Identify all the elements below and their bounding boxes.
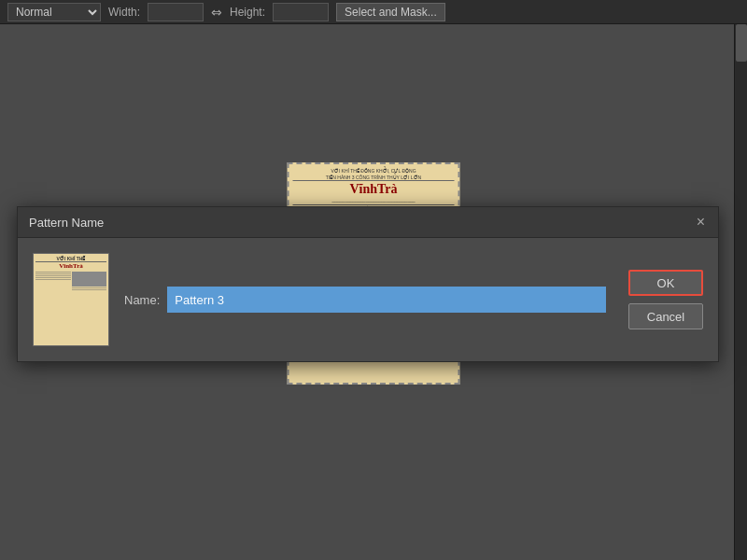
canvas-area: VỚI KHÍ THẾ ĐỒNG KHỞI, CƯL ĐỘNGTIẾN HÀNH… xyxy=(0,24,747,560)
thumb-line xyxy=(72,287,107,288)
cancel-button[interactable]: Cancel xyxy=(628,303,703,329)
newspaper-top-text: VỚI KHÍ THẾ ĐỒNG KHỞI, CƯL ĐỘNGTIẾN HÀNH… xyxy=(293,168,455,181)
ok-button[interactable]: OK xyxy=(628,270,703,296)
thumb-line xyxy=(35,279,71,280)
thumbnail-newspaper: VỚI KHÍ THẾ VĩnhTrà xyxy=(34,254,108,345)
scrollbar-right[interactable] xyxy=(734,24,747,560)
thumb-col-2 xyxy=(72,272,107,291)
width-input[interactable] xyxy=(148,3,204,21)
dialog-close-button[interactable]: × xyxy=(695,215,707,230)
width-label: Width: xyxy=(108,6,140,19)
height-label: Height: xyxy=(230,6,265,19)
dialog-buttons: OK Cancel xyxy=(628,270,703,329)
thumb-img xyxy=(72,272,107,287)
pattern-thumbnail: VỚI KHÍ THẾ VĩnhTrà xyxy=(33,253,109,346)
toolbar: Normal Width: ⇔ Height: Select and Mask.… xyxy=(0,0,747,24)
name-label: Name: xyxy=(124,293,160,307)
dialog-titlebar: Pattern Name × xyxy=(18,207,718,238)
height-input[interactable] xyxy=(273,3,329,21)
thumb-col-1 xyxy=(35,272,71,291)
thumb-line xyxy=(35,275,71,276)
select-and-mask-button[interactable]: Select and Mask... xyxy=(336,3,445,21)
thumb-line xyxy=(35,277,71,278)
dialog-title: Pattern Name xyxy=(29,216,104,230)
swap-arrows-icon: ⇔ xyxy=(211,5,222,20)
name-row: Name: xyxy=(124,287,606,313)
dialog-body: VỚI KHÍ THẾ VĩnhTrà xyxy=(18,238,718,361)
pattern-name-input[interactable] xyxy=(167,287,606,313)
newspaper-subtitle: ________________________________ xyxy=(293,197,455,205)
thumb-line xyxy=(72,289,107,290)
newspaper-title: VĩnhTrà xyxy=(293,182,455,196)
thumb-line xyxy=(35,272,71,273)
mode-select[interactable]: Normal xyxy=(7,3,101,21)
thumb-header: VỚI KHÍ THẾ xyxy=(35,256,106,262)
thumb-body xyxy=(35,272,106,291)
thumb-line xyxy=(35,273,71,274)
thumb-title: VĩnhTrà xyxy=(35,263,106,271)
scrollbar-thumb[interactable] xyxy=(736,24,747,62)
pattern-name-dialog: Pattern Name × VỚI KHÍ THẾ VĩnhTrà xyxy=(17,206,719,362)
